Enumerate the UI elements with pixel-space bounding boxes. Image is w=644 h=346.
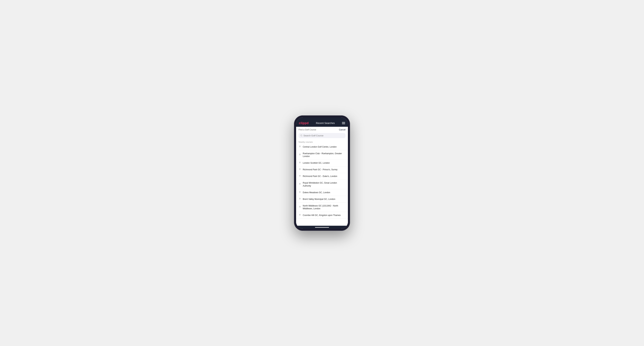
pin-icon	[298, 191, 301, 194]
nearby-label: Nearby courses	[296, 140, 348, 144]
svg-point-6	[300, 175, 300, 176]
course-name: London Scottish GC, London	[303, 162, 330, 165]
list-item[interactable]: North Middlesex GC (1011942 - North Midd…	[296, 203, 348, 212]
find-label: Find a Golf Course	[298, 129, 316, 131]
course-name: Richmond Park GC - Prince's, Surrey	[303, 168, 338, 171]
list-item[interactable]: Richmond Park GC - Prince's, Surrey	[296, 167, 348, 173]
pin-icon	[298, 154, 301, 157]
find-bar: Find a Golf Course Cancel	[296, 127, 348, 132]
content-area: Find a Golf Course Cancel Nearby courses	[296, 127, 348, 226]
search-container	[296, 132, 348, 140]
cancel-button[interactable]: Cancel	[339, 129, 346, 131]
pin-icon	[298, 198, 301, 201]
hamburger-icon[interactable]	[342, 122, 345, 124]
course-name: Richmond Park GC - Duke's, London	[303, 175, 337, 178]
svg-point-8	[300, 192, 300, 192]
pin-icon	[298, 146, 301, 149]
list-item[interactable]: Royal Wimbledon GC, Great London Authori…	[296, 180, 348, 189]
status-bar	[296, 118, 348, 120]
list-item[interactable]: Dukes Meadows GC, London	[296, 189, 348, 196]
phone-screen: clippd Recent Searches Find a Golf Cours…	[296, 118, 348, 229]
svg-point-4	[300, 162, 300, 163]
pin-icon	[298, 168, 301, 171]
list-item[interactable]: Roehampton Club - Roehampton, Greater Lo…	[296, 150, 348, 160]
list-item[interactable]: Richmond Park GC - Duke's, London	[296, 173, 348, 180]
pin-icon	[298, 162, 301, 165]
list-item[interactable]: Coombe Hill GC, Kingston upon Thames	[296, 212, 348, 219]
svg-point-11	[300, 214, 300, 215]
search-input[interactable]	[304, 134, 344, 137]
course-name: Central London Golf Centre, London	[303, 146, 336, 149]
pin-icon	[298, 214, 301, 217]
list-item[interactable]: Brent Valley Municipal GC, London	[296, 196, 348, 203]
home-bar	[315, 227, 329, 228]
pin-icon	[298, 206, 301, 209]
svg-point-10	[300, 206, 300, 207]
pin-icon	[298, 175, 301, 178]
course-name: Coombe Hill GC, Kingston upon Thames	[303, 214, 341, 217]
course-name: Royal Wimbledon GC, Great London Authori…	[303, 181, 346, 187]
svg-point-3	[300, 154, 300, 154]
search-icon	[300, 135, 302, 137]
list-item[interactable]: Central London Golf Centre, London	[296, 144, 348, 150]
home-indicator	[296, 226, 348, 229]
svg-point-9	[300, 198, 300, 199]
course-name: Roehampton Club - Roehampton, Greater Lo…	[303, 152, 346, 158]
app-header: clippd Recent Searches	[296, 120, 348, 127]
header-title: Recent Searches	[316, 122, 334, 125]
svg-point-2	[300, 146, 300, 146]
svg-line-1	[302, 136, 302, 136]
course-name: Brent Valley Municipal GC, London	[303, 198, 335, 201]
nearby-courses-section: Nearby courses Central London Golf Centr…	[296, 140, 348, 226]
course-name: North Middlesex GC (1011942 - North Midd…	[303, 204, 346, 210]
app-logo: clippd	[299, 121, 309, 125]
pin-icon	[298, 183, 301, 186]
search-wrapper	[298, 133, 346, 138]
svg-point-7	[300, 183, 300, 184]
course-name: Dukes Meadows GC, London	[303, 191, 330, 194]
list-item[interactable]: London Scottish GC, London	[296, 160, 348, 167]
svg-point-5	[300, 169, 300, 169]
phone-frame: clippd Recent Searches Find a Golf Cours…	[294, 115, 350, 231]
